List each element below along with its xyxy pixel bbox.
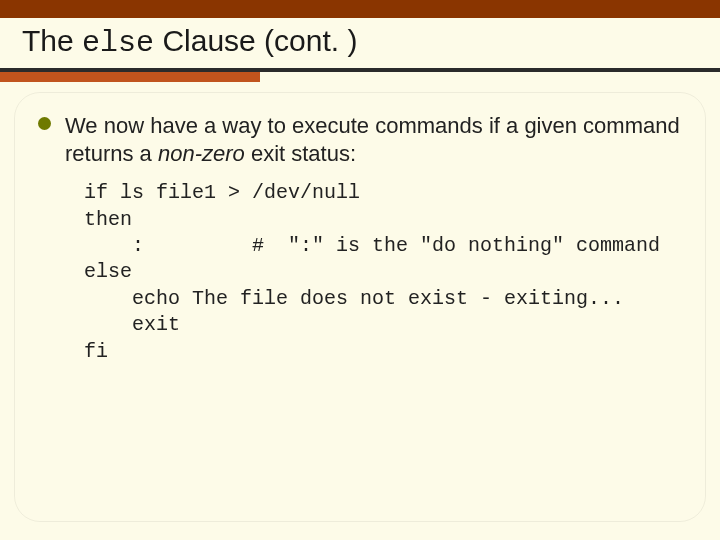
bullet-text-part2: exit status: — [245, 141, 356, 166]
content-area: We now have a way to execute commands if… — [38, 112, 692, 365]
title-code: else — [82, 26, 154, 60]
code-block: if ls file1 > /dev/null then : # ":" is … — [84, 180, 692, 365]
title-suffix: Clause (cont. ) — [154, 24, 357, 57]
bullet-text: We now have a way to execute commands if… — [65, 112, 692, 168]
bullet-item: We now have a way to execute commands if… — [38, 112, 692, 168]
slide-title: The else Clause (cont. ) — [22, 24, 357, 60]
bullet-icon — [38, 117, 51, 130]
divider-accent — [0, 72, 260, 82]
bullet-text-italic: non-zero — [158, 141, 245, 166]
title-prefix: The — [22, 24, 82, 57]
header-band — [0, 0, 720, 18]
